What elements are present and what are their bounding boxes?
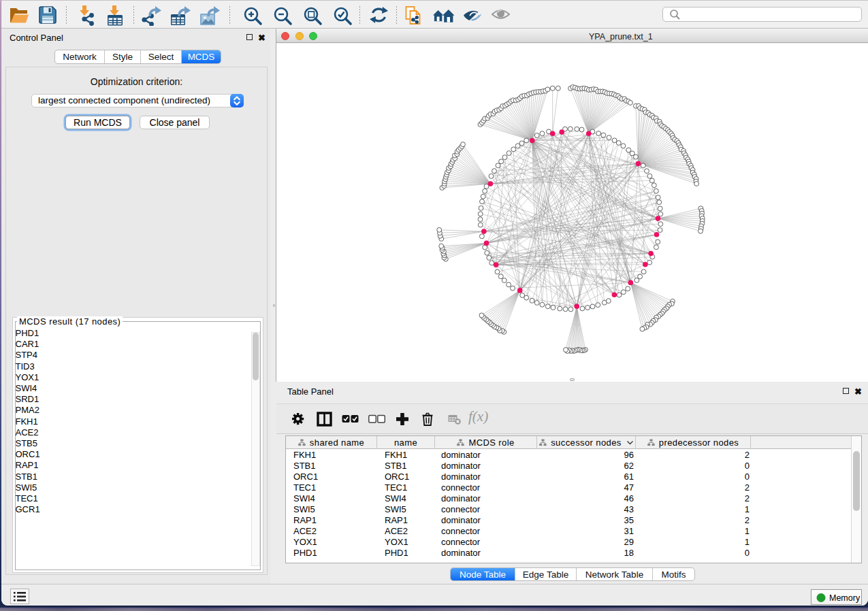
svg-text:Memory: Memory xyxy=(829,593,861,603)
